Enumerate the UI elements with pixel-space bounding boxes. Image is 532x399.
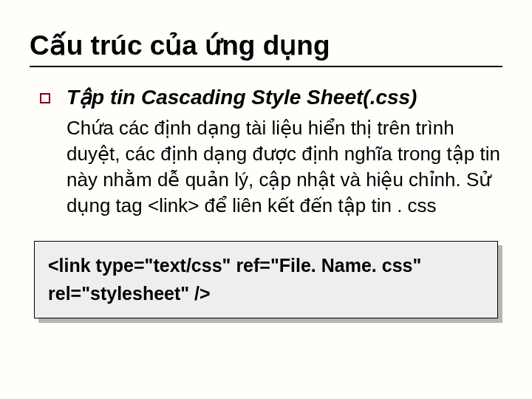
square-bullet-icon xyxy=(40,93,50,103)
body-paragraph: Chứa các định dạng tài liệu hiển thị trê… xyxy=(66,115,502,219)
bullet-row: Tập tin Cascading Style Sheet(.css) xyxy=(30,85,502,109)
subheading: Tập tin Cascading Style Sheet(.css) xyxy=(66,85,417,109)
title-divider xyxy=(30,66,502,67)
slide-title: Cấu trúc của ứng dụng xyxy=(30,30,502,61)
code-example: <link type="text/css" ref="File. Name. c… xyxy=(34,241,498,318)
code-box-container: <link type="text/css" ref="File. Name. c… xyxy=(34,241,498,318)
